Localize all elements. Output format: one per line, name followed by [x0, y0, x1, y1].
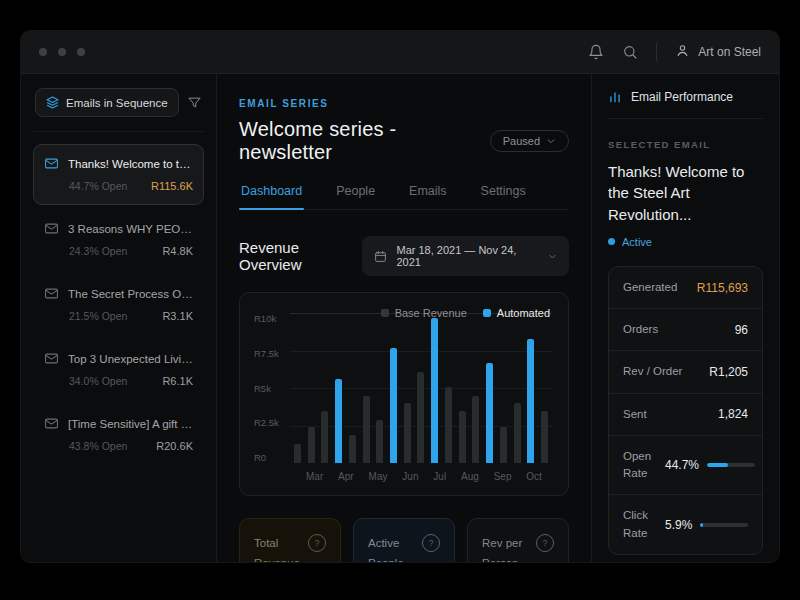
titlebar-divider [656, 43, 657, 61]
list-item-email[interactable]: 3 Reasons WHY PEOPLE ... 24.3% Open R4.8… [33, 209, 204, 270]
bar-base-revenue [472, 396, 479, 464]
window-close-button[interactable] [39, 48, 47, 56]
email-item-open-rate: 24.3% Open [69, 245, 127, 257]
bar-base-revenue [417, 372, 424, 464]
y-axis-tick: R2.5k [254, 417, 290, 428]
envelope-icon [44, 351, 59, 366]
profile-menu[interactable]: Art on Steel [675, 43, 761, 61]
stat-value: 96 [735, 323, 748, 337]
summary-card-total-revenue[interactable]: Total Revenue? [239, 518, 341, 562]
email-item-revenue: R6.1K [162, 375, 193, 387]
x-axis-tick: May [369, 471, 388, 482]
help-icon[interactable]: ? [422, 534, 440, 552]
window-minimize-button[interactable] [58, 48, 66, 56]
series-eyebrow: EMAIL SERIES [239, 98, 569, 109]
status-dropdown[interactable]: Paused [490, 130, 569, 152]
tab-people[interactable]: People [334, 184, 377, 209]
summary-card-label: Active People [368, 534, 422, 562]
bar-automated [431, 318, 438, 464]
email-item-title: 3 Reasons WHY PEOPLE ... [68, 223, 193, 235]
chevron-down-icon [548, 252, 557, 261]
envelope-icon [44, 221, 59, 236]
bar-automated [335, 379, 342, 463]
legend-swatch-icon [483, 309, 491, 317]
bar-base-revenue [294, 444, 301, 464]
envelope-icon [44, 286, 59, 301]
tab-dashboard[interactable]: Dashboard [239, 184, 304, 209]
email-item-title: Thanks! Welcome to the ... [68, 158, 193, 170]
stat-row: Click Rate 5.9% [609, 495, 762, 554]
bar-chart-icon [608, 90, 622, 104]
email-item-revenue: R4.8K [162, 245, 193, 257]
page-title: Welcome series - newsletter [239, 118, 472, 164]
email-stats-card: Generated R115,693 Orders 96 Rev / Order… [608, 266, 763, 555]
layers-icon [46, 96, 59, 109]
legend-label: Base Revenue [395, 307, 467, 319]
email-item-revenue: R20.6K [156, 440, 193, 452]
bar-automated [527, 339, 534, 464]
bar-base-revenue [445, 387, 452, 464]
email-item-revenue: R115.6K [151, 180, 193, 192]
chart-legend: Base RevenueAutomated [381, 307, 550, 319]
x-axis-tick: Mar [306, 471, 323, 482]
help-icon[interactable]: ? [536, 534, 554, 552]
y-axis-tick: R5k [254, 383, 290, 394]
email-item-open-rate: 21.5% Open [69, 310, 127, 322]
bar-base-revenue [308, 427, 315, 463]
email-item-open-rate: 43.8% Open [69, 440, 127, 452]
sidebar-emails: Emails in Sequence Thanks! Welcome to th… [21, 74, 217, 562]
progress-bar [700, 523, 748, 527]
emails-in-sequence-button[interactable]: Emails in Sequence [35, 88, 179, 117]
x-axis-tick: Aug [461, 471, 479, 482]
emails-in-sequence-label: Emails in Sequence [66, 97, 168, 109]
summary-card-label: Total Revenue [254, 534, 308, 562]
active-label: Active [622, 236, 652, 248]
stat-label: Sent [623, 406, 647, 423]
stat-value: 44.7% [665, 458, 699, 472]
summary-card-rev-per-person[interactable]: Rev per Person? [467, 518, 569, 562]
chevron-down-icon [546, 136, 556, 146]
tab-emails[interactable]: Emails [407, 184, 449, 209]
bar-base-revenue [514, 403, 521, 463]
list-item-email[interactable]: Top 3 Unexpected Living ... 34.0% Open R… [33, 339, 204, 400]
titlebar: Art on Steel [21, 31, 779, 74]
stat-value: 5.9% [665, 518, 692, 532]
tab-settings[interactable]: Settings [479, 184, 528, 209]
stat-value: 1,824 [718, 407, 748, 421]
email-item-open-rate: 34.0% Open [69, 375, 127, 387]
progress-bar [707, 463, 755, 467]
bell-icon[interactable] [588, 44, 604, 60]
active-dot-icon [608, 238, 615, 245]
envelope-icon [44, 416, 59, 431]
main-content: EMAIL SERIES Welcome series - newsletter… [217, 74, 592, 562]
email-performance-panel: Email Performance SELECTED EMAIL Thanks!… [592, 74, 779, 562]
email-item-title: Top 3 Unexpected Living ... [68, 353, 193, 365]
y-axis-tick: R7.5k [254, 348, 290, 359]
bar-base-revenue [541, 411, 548, 464]
legend-item: Base Revenue [381, 307, 467, 319]
legend-label: Automated [497, 307, 550, 319]
bar-base-revenue [459, 411, 466, 464]
date-range-picker[interactable]: Mar 18, 2021 — Nov 24, 2021 [362, 236, 569, 276]
help-icon[interactable]: ? [308, 534, 326, 552]
selected-email-title: Thanks! Welcome to the Steel Art Revolut… [608, 161, 763, 225]
stat-row: Orders 96 [609, 309, 762, 351]
list-item-email[interactable]: Thanks! Welcome to the ... 44.7% Open R1… [33, 144, 204, 205]
stat-value: R1,205 [709, 365, 748, 379]
status-dropdown-label: Paused [503, 135, 540, 147]
window-maximize-button[interactable] [77, 48, 85, 56]
summary-cards: Total Revenue?Active People?Rev per Pers… [239, 518, 569, 562]
selected-email-label: SELECTED EMAIL [608, 139, 763, 150]
stat-row: Generated R115,693 [609, 267, 762, 309]
list-item-email[interactable]: The Secret Process Of 'Ar... 21.5% Open … [33, 274, 204, 335]
search-icon[interactable] [622, 44, 638, 60]
summary-card-active-people[interactable]: Active People? [353, 518, 455, 562]
bar-base-revenue [363, 396, 370, 464]
user-icon [675, 43, 690, 61]
email-item-revenue: R3.1K [162, 310, 193, 322]
tab-bar: DashboardPeopleEmailsSettings [239, 184, 569, 210]
legend-swatch-icon [381, 309, 389, 317]
email-list: Thanks! Welcome to the ... 44.7% Open R1… [33, 144, 204, 469]
list-item-email[interactable]: [Time Sensitive] A gift for ... 43.8% Op… [33, 404, 204, 465]
filter-icon[interactable] [187, 95, 202, 110]
